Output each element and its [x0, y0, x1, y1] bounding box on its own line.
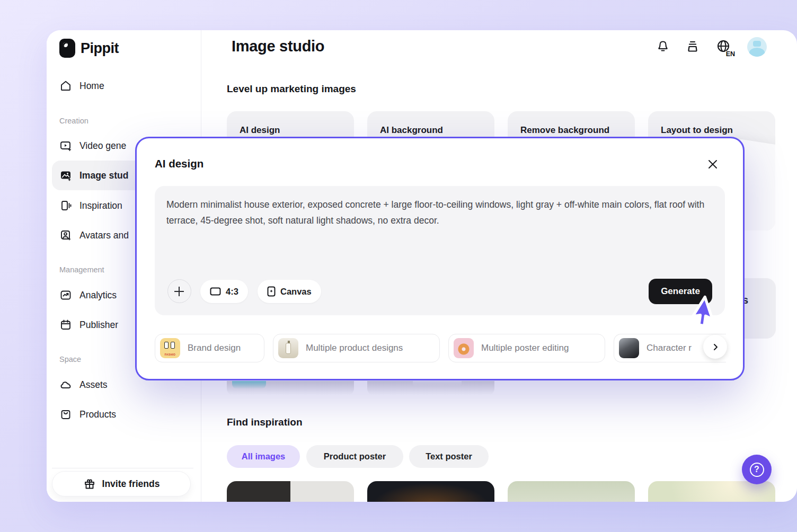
chip-label: Multiple poster editing — [481, 343, 569, 353]
sidebar-item-video-generator[interactable]: Video gene — [59, 135, 126, 156]
partial-card-sliver-2 — [367, 381, 494, 396]
sidebar-item-avatars[interactable]: Avatars and — [59, 225, 129, 246]
sidebar-item-label: Inspiration — [79, 200, 122, 211]
invite-friends-label: Invite friends — [102, 478, 160, 490]
invite-friends-button[interactable]: Invite friends — [52, 471, 191, 496]
tab-label: All images — [242, 451, 286, 462]
chip-multiple-product-designs[interactable]: Multiple product designs — [273, 334, 440, 362]
video-generator-icon — [59, 139, 72, 152]
aspect-ratio-icon — [210, 287, 221, 296]
chevron-right-icon — [711, 343, 720, 351]
avatar[interactable] — [747, 37, 767, 57]
add-reference-button[interactable] — [167, 279, 191, 303]
card-label: Remove background — [520, 125, 609, 135]
language-label: EN — [725, 51, 736, 57]
aspect-ratio-button[interactable]: 4:3 — [200, 280, 248, 303]
close-icon — [707, 158, 719, 170]
tab-all-images[interactable]: All images — [227, 445, 300, 468]
product-bottle-thumb — [278, 338, 298, 358]
chip-brand-design[interactable]: FASHIO Brand design — [155, 334, 264, 362]
publisher-icon — [59, 318, 72, 331]
card-label: AI design — [240, 125, 280, 135]
avatars-icon — [59, 229, 72, 242]
ai-design-modal: AI design Modern minimalist house exteri… — [135, 137, 745, 380]
sliver-teal-thumb — [232, 381, 266, 389]
sidebar-item-analytics[interactable]: Analytics — [59, 285, 117, 306]
chip-label: Brand design — [188, 343, 241, 353]
sidebar-item-label: Image stud — [79, 170, 128, 181]
sidebar-divider — [52, 468, 193, 468]
chip-multiple-poster-editing[interactable]: Multiple poster editing — [448, 334, 605, 362]
prompt-text: Modern minimalist house exterior, expose… — [166, 197, 709, 228]
brand-logo: Pippit — [59, 39, 119, 58]
analytics-icon — [59, 289, 72, 302]
fashion-figure — [171, 342, 175, 349]
inspiration-thumb-1[interactable] — [227, 481, 354, 502]
chip-label: Multiple product designs — [306, 343, 403, 353]
products-icon — [59, 408, 72, 421]
hero-heading: Level up marketing images — [227, 83, 356, 95]
sidebar-item-label: Products — [79, 409, 116, 420]
inspiration-thumb-2[interactable] — [367, 481, 494, 502]
sidebar-item-inspiration[interactable]: Inspiration — [59, 195, 122, 216]
sliver-light-thumb — [413, 381, 462, 387]
stack-icon — [685, 39, 700, 54]
avatar-head — [753, 41, 761, 47]
inspiration-thumb-3[interactable] — [508, 481, 635, 502]
bottle-graphic — [286, 343, 291, 354]
fashion-figure — [164, 342, 169, 349]
canvas-icon — [267, 286, 276, 297]
inspiration-icon — [59, 199, 72, 212]
sidebar-item-label: Publisher — [79, 320, 118, 331]
partial-card-sliver-1 — [227, 381, 354, 396]
canvas-button[interactable]: Canvas — [258, 280, 321, 303]
tab-label: Product poster — [324, 451, 386, 462]
sidebar-item-publisher[interactable]: Publisher — [59, 314, 118, 335]
tab-product-poster[interactable]: Product poster — [306, 445, 403, 468]
image-studio-icon — [59, 169, 72, 182]
sidebar-item-label: Home — [79, 81, 104, 92]
sidebar-item-label: Assets — [79, 379, 108, 391]
generate-button[interactable]: Generate — [649, 279, 712, 304]
chips-scroll-right-button[interactable] — [703, 335, 727, 359]
brand-name: Pippit — [81, 40, 119, 57]
fashion-logo-thumb: FASHIO — [160, 338, 180, 358]
inspiration-heading: Find inspiration — [227, 416, 303, 428]
tab-text-poster[interactable]: Text poster — [409, 445, 489, 468]
assets-icon — [59, 378, 72, 391]
sidebar-item-products[interactable]: Products — [59, 404, 116, 425]
modal-title: AI design — [155, 157, 203, 170]
home-icon — [59, 79, 72, 92]
language-button[interactable]: EN — [714, 37, 733, 56]
sidebar-item-image-studio-content: Image stud — [59, 165, 128, 186]
gift-icon — [83, 477, 96, 490]
sidebar-section-space: Space — [59, 355, 81, 363]
motorcycle-thumb — [619, 338, 639, 358]
stack-button[interactable] — [683, 37, 702, 56]
card-label: AI background — [380, 125, 443, 135]
prompt-input[interactable]: Modern minimalist house exterior, expose… — [155, 186, 725, 315]
chip-label: Character r — [647, 343, 692, 353]
sidebar-item-home[interactable]: Home — [59, 75, 104, 96]
canvas-label: Canvas — [280, 287, 312, 297]
pippit-logo-icon — [59, 39, 75, 58]
close-button[interactable] — [706, 157, 720, 171]
donut-poster-thumb — [454, 338, 474, 358]
sidebar-item-assets[interactable]: Assets — [59, 374, 108, 395]
card-label: Layout to design — [661, 125, 733, 135]
page: Pippit Home Creation Video gene Image st… — [0, 0, 797, 532]
generate-label: Generate — [661, 286, 700, 297]
sidebar-section-creation: Creation — [59, 117, 88, 125]
fashion-caption: FASHIO — [160, 353, 180, 356]
help-button[interactable]: ? — [742, 455, 772, 484]
notifications-button[interactable] — [653, 37, 672, 56]
avatar-body — [749, 48, 765, 57]
bell-icon — [656, 39, 670, 54]
sidebar-item-label: Avatars and — [79, 230, 129, 241]
question-mark-icon: ? — [750, 463, 764, 477]
page-title: Image studio — [232, 38, 324, 55]
sidebar-item-label: Video gene — [79, 140, 126, 152]
sidebar-section-management: Management — [59, 265, 104, 274]
aspect-ratio-label: 4:3 — [226, 287, 238, 297]
tab-label: Text poster — [426, 451, 472, 462]
